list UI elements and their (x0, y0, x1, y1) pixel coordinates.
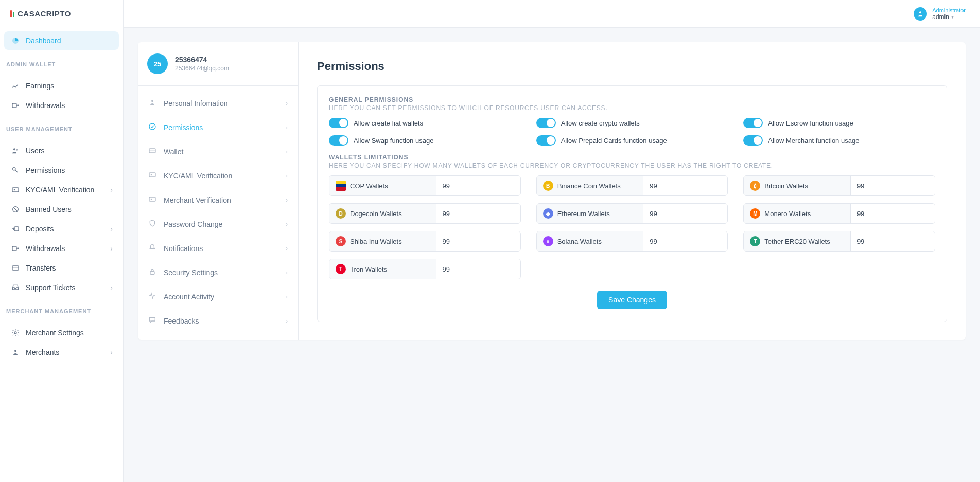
svg-point-4 (13, 168, 15, 170)
crypto-icon: ≡ (543, 236, 553, 246)
crypto-icon: T (336, 264, 346, 274)
crypto-icon: S (336, 236, 346, 246)
wallet-limit-row: ₿Bitcoin Wallets (743, 175, 935, 196)
toggle-switch[interactable] (329, 118, 348, 128)
user-menu[interactable]: Administrator admin ▾ (932, 7, 966, 21)
user-avatar-icon[interactable] (914, 7, 927, 21)
wallet-limit-input[interactable] (851, 231, 935, 251)
sidebar-item-label: Withdrawals (26, 244, 65, 253)
svg-rect-17 (149, 173, 155, 177)
sidebar-item-dashboard[interactable]: Dashboard (4, 31, 119, 50)
tab-wallet[interactable]: Wallet› (138, 139, 298, 164)
chevron-right-icon: › (286, 100, 288, 107)
toggle-switch[interactable] (536, 135, 556, 146)
sidebar-item-earnings[interactable]: Earnings (4, 77, 119, 95)
tab-feedbacks[interactable]: Feedbacks› (138, 309, 298, 333)
wallet-limit-input[interactable] (436, 176, 520, 195)
sidebar-item-withdrawals[interactable]: Withdrawals› (4, 239, 119, 258)
crypto-icon: M (750, 208, 760, 219)
profile-email: 25366474@qq.com (175, 65, 229, 72)
sidebar-item-label: Merchants (26, 348, 59, 356)
wallets-limitations-heading: WALLETS LIMITATIONS (329, 154, 935, 161)
wallet-label: TTether ERC20 Wallets (744, 231, 851, 251)
chevron-right-icon: › (286, 317, 288, 325)
activity-icon (148, 292, 157, 301)
sidebar-item-label: Permissions (26, 166, 65, 174)
sidebar-item-permissions[interactable]: Permissions (4, 161, 119, 180)
toggle-row: Allow Swap function usage (329, 135, 521, 146)
svg-rect-19 (149, 197, 155, 201)
out-icon (10, 244, 21, 253)
tab-password-change[interactable]: Password Change› (138, 212, 298, 236)
tab-label: Notifications (164, 244, 203, 253)
tab-personal-infomation[interactable]: Personal Infomation› (138, 91, 298, 115)
sidebar-item-merchants[interactable]: Merchants› (4, 343, 119, 362)
wallet-label: ≡Solana Wallets (537, 231, 644, 251)
sidebar-item-label: Earnings (26, 82, 54, 90)
wallet-label: SShiba Inu Wallets (329, 231, 436, 251)
crypto-icon: D (336, 208, 346, 219)
toggle-row: Allow create crypto wallets (536, 118, 728, 128)
sidebar-item-deposits[interactable]: Deposits› (4, 220, 119, 238)
wallet-limit-row: ◆Ethereum Wallets (536, 203, 728, 224)
wallet-limit-input[interactable] (643, 176, 727, 195)
svg-point-18 (151, 174, 152, 176)
toggle-row: Allow create fiat wallets (329, 118, 521, 128)
sidebar-item-kyc-aml-verification[interactable]: KYC/AML Verification› (4, 181, 119, 199)
save-button[interactable]: Save Changes (597, 291, 667, 309)
sidebar-item-label: Withdrawals (26, 101, 65, 110)
chevron-right-icon: › (110, 244, 113, 253)
chevron-right-icon: › (286, 197, 288, 204)
svg-rect-10 (12, 266, 19, 270)
wallet-limit-input[interactable] (436, 259, 520, 279)
wallet-limit-input[interactable] (851, 176, 935, 195)
sidebar-item-label: Deposits (26, 225, 54, 233)
wallet-limit-input[interactable] (436, 204, 520, 223)
tab-kyc-aml-verification[interactable]: KYC/AML Verification› (138, 164, 298, 188)
toggle-switch[interactable] (536, 118, 556, 128)
svg-point-12 (14, 350, 16, 352)
brand-text: CASACRIPTO (18, 9, 71, 18)
shield-icon (148, 219, 157, 229)
crypto-icon: ₿ (750, 181, 760, 191)
sidebar-item-transfers[interactable]: Transfers (4, 259, 119, 277)
toggle-row: Allow Prepaid Cards function usage (536, 135, 728, 146)
toggle-switch[interactable] (329, 135, 348, 146)
sidebar-item-label: Support Tickets (26, 283, 76, 292)
tab-security-settings[interactable]: Security Settings› (138, 260, 298, 284)
toggle-switch[interactable] (743, 118, 763, 128)
wallet-limit-input[interactable] (851, 204, 935, 223)
wallet-limit-input[interactable] (436, 231, 520, 251)
sidebar-item-label: Transfers (26, 264, 56, 272)
wallet-label: COP Wallets (329, 176, 436, 195)
sidebar-item-withdrawals[interactable]: Withdrawals (4, 96, 119, 115)
profile-name: 25366474 (175, 56, 229, 64)
tab-permissions[interactable]: Permissions› (138, 115, 298, 139)
wallet-limit-input[interactable] (643, 231, 727, 251)
toggle-row: Allow Merchant function usage (743, 135, 935, 146)
svg-point-6 (14, 189, 15, 191)
sidebar-item-users[interactable]: Users (4, 141, 119, 160)
toggle-switch[interactable] (743, 135, 763, 146)
bell-icon (148, 243, 157, 253)
sidebar-item-banned-users[interactable]: Banned Users (4, 200, 119, 219)
ban-icon (10, 205, 21, 213)
permissions-form: GENERAL PERMISSIONS HERE YOU CAN SET PER… (317, 85, 947, 322)
lock-icon (148, 267, 157, 277)
tab-account-activity[interactable]: Account Activity› (138, 284, 298, 309)
tab-merchant-verification[interactable]: Merchant Verification› (138, 188, 298, 212)
sidebar-item-merchant-settings[interactable]: Merchant Settings (4, 324, 119, 342)
sidebar-item-support-tickets[interactable]: Support Tickets› (4, 278, 119, 297)
chevron-right-icon: › (110, 348, 113, 356)
crypto-icon: B (543, 181, 553, 191)
wallet-label: ◆Ethereum Wallets (537, 204, 644, 223)
wallet-label: TTron Wallets (329, 259, 436, 279)
in-icon (10, 225, 21, 233)
check-icon (148, 122, 157, 132)
wallet-limit-input[interactable] (643, 204, 727, 223)
tab-notifications[interactable]: Notifications› (138, 236, 298, 260)
page-title: Permissions (317, 60, 947, 73)
nav-section-heading: ADMIN WALLET (0, 54, 123, 73)
card-icon (148, 147, 157, 156)
svg-point-3 (16, 149, 18, 150)
